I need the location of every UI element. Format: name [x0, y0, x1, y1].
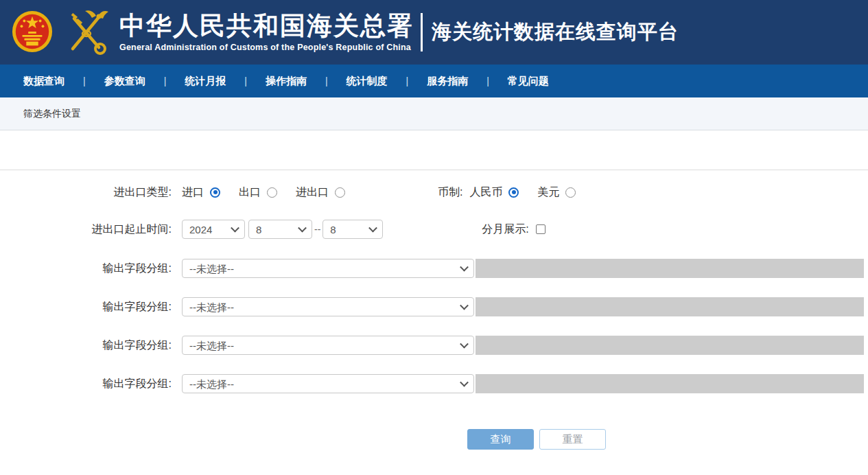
field-group-select-wrap: --未选择-- [182, 374, 474, 393]
trade-type-options: 进口 出口 进出口 [182, 185, 345, 200]
nav-separator: | [406, 76, 409, 86]
start-month-select-wrap: 8 [248, 220, 312, 239]
nav-item-monthly-report[interactable]: 统计月报 [185, 75, 226, 88]
field-group-label: 输出字段分组: [0, 338, 172, 353]
trade-type-option-export[interactable]: 出口 [239, 185, 277, 200]
field-group-value-bar-1 [476, 259, 864, 278]
action-buttons-row: 查询 重置 [0, 429, 868, 450]
nav-separator: | [83, 76, 86, 86]
platform-title: 海关统计数据在线查询平台 [432, 19, 679, 46]
breadcrumb-bar: 筛选条件设置 [0, 97, 868, 130]
nav-item-faq[interactable]: 常见问题 [508, 75, 549, 88]
year-select[interactable]: 2024 [182, 220, 245, 239]
customs-caduceus-key-icon [64, 8, 110, 57]
org-title: 中华人民共和国海关总署 [119, 12, 414, 40]
time-range-label: 进出口起止时间: [0, 222, 172, 237]
field-group-select-wrap: --未选择-- [182, 336, 474, 355]
start-month-select[interactable]: 8 [248, 220, 312, 239]
field-group-value-bar-4 [476, 374, 864, 393]
field-group-row-4: 输出字段分组: --未选择-- [0, 374, 868, 393]
currency-option-usd[interactable]: 美元 [537, 185, 576, 200]
monthly-display-label: 分月展示: [482, 222, 528, 237]
trade-type-both-radio[interactable] [335, 187, 345, 198]
trade-type-option-import-label: 进口 [182, 185, 204, 200]
field-group-select-3[interactable]: --未选择-- [182, 336, 474, 355]
currency-label: 币制: [438, 185, 462, 200]
nav-separator: | [325, 76, 328, 86]
end-month-select-wrap: 8 [322, 220, 383, 239]
nav-item-service-guide[interactable]: 服务指南 [427, 75, 468, 88]
trade-type-row: 进出口类型: 进口 出口 进出口 币制: 人民币 美元 [0, 185, 868, 200]
org-title-block: 中华人民共和国海关总署 General Administration of Cu… [119, 12, 414, 52]
time-range-separator: -- [314, 224, 320, 235]
header-divider [421, 13, 423, 51]
trade-type-option-both[interactable]: 进出口 [296, 185, 345, 200]
field-group-select-1[interactable]: --未选择-- [182, 259, 474, 278]
trade-type-export-radio[interactable] [267, 187, 277, 198]
monthly-display-checkbox[interactable] [536, 224, 546, 234]
field-group-select-4[interactable]: --未选择-- [182, 374, 474, 393]
nav-separator: | [164, 76, 167, 86]
field-group-value-bar-3 [476, 336, 864, 355]
trade-type-label: 进出口类型: [0, 185, 172, 200]
monthly-display-group: 分月展示: [482, 222, 545, 237]
currency-usd-radio[interactable] [565, 187, 576, 198]
field-group-row-1: 输出字段分组: --未选择-- [0, 259, 868, 278]
currency-option-rmb[interactable]: 人民币 [469, 185, 519, 200]
field-group-select-2[interactable]: --未选择-- [182, 297, 474, 316]
site-header: 中华人民共和国海关总署 General Administration of Cu… [0, 0, 868, 65]
currency-options: 币制: 人民币 美元 [438, 185, 576, 200]
field-group-value-bar-2 [476, 297, 864, 316]
nav-item-statistics-system[interactable]: 统计制度 [347, 75, 388, 88]
national-emblem-icon [11, 10, 54, 55]
time-range-row: 进出口起止时间: 2024 8 -- 8 分月展示: [0, 220, 868, 239]
filter-form: 进出口类型: 进口 出口 进出口 币制: 人民币 美元 [0, 170, 868, 450]
currency-rmb-radio[interactable] [508, 187, 519, 198]
nav-item-operation-guide[interactable]: 操作指南 [266, 75, 307, 88]
end-month-select[interactable]: 8 [322, 220, 383, 239]
trade-type-import-radio[interactable] [210, 187, 220, 198]
nav-item-data-query[interactable]: 数据查询 [23, 75, 64, 88]
currency-option-rmb-label: 人民币 [469, 185, 502, 200]
nav-separator: | [486, 76, 489, 86]
query-button[interactable]: 查询 [467, 429, 534, 450]
field-group-row-3: 输出字段分组: --未选择-- [0, 336, 868, 355]
nav-item-param-query[interactable]: 参数查询 [104, 75, 145, 88]
field-group-label: 输出字段分组: [0, 300, 172, 314]
breadcrumb: 筛选条件设置 [23, 108, 81, 120]
field-group-label: 输出字段分组: [0, 262, 172, 276]
trade-type-option-both-label: 进出口 [296, 185, 329, 200]
field-group-label: 输出字段分组: [0, 377, 172, 391]
field-group-row-2: 输出字段分组: --未选择-- [0, 297, 868, 316]
trade-type-option-export-label: 出口 [239, 185, 261, 200]
reset-button[interactable]: 重置 [539, 429, 606, 450]
field-group-select-wrap: --未选择-- [182, 259, 474, 278]
trade-type-option-import[interactable]: 进口 [182, 185, 220, 200]
year-select-wrap: 2024 [182, 220, 245, 239]
org-subtitle: General Administration of Customs of the… [119, 43, 414, 52]
currency-option-usd-label: 美元 [537, 185, 559, 200]
field-group-select-wrap: --未选择-- [182, 297, 474, 316]
main-nav: 数据查询 | 参数查询 | 统计月报 | 操作指南 | 统计制度 | 服务指南 … [0, 65, 868, 97]
nav-separator: | [244, 76, 247, 86]
